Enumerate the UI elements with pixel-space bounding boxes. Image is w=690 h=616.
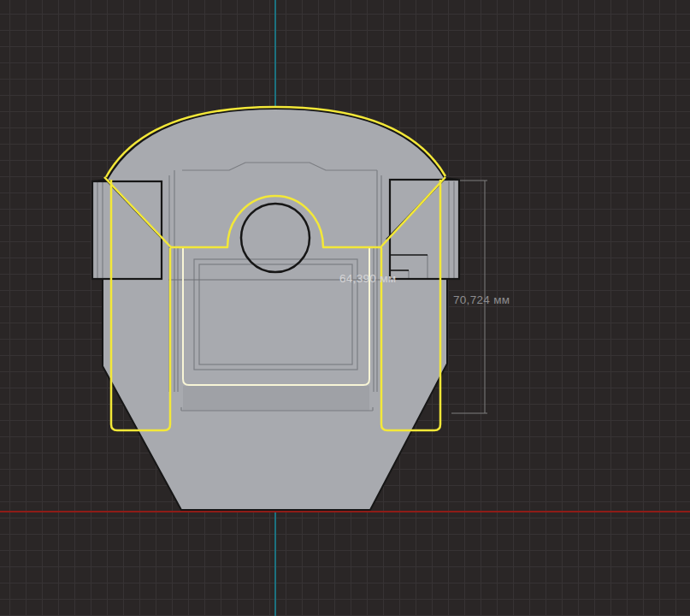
cad-viewport[interactable]: 64,390 мм 70,724 мм [0, 0, 690, 616]
model-scene [0, 0, 690, 616]
dimension-label-width[interactable]: 64,390 мм [339, 272, 396, 285]
model-body[interactable] [92, 109, 459, 510]
face-shade-band [183, 386, 369, 411]
dimension-label-height[interactable]: 70,724 мм [453, 293, 510, 306]
